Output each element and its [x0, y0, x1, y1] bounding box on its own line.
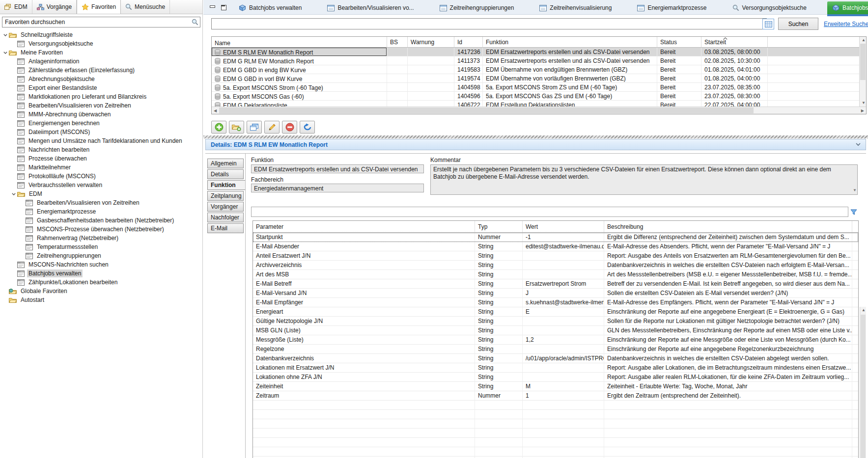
search-button[interactable]: Suchen — [778, 18, 818, 30]
batchjob-row[interactable]: EDM S RLM EW Monatlich Report1417236EDM … — [212, 48, 859, 56]
parameter-row[interactable]: Anteil Ersatzwert J/NStringReport: Ausga… — [253, 251, 858, 261]
tab-bearbeiten-visualisieren-vo[interactable]: Bearbeiten/Visualisieren vo... — [322, 1, 419, 14]
tree-item-zeitreihengruppierungen[interactable]: Zeitreihengruppierungen — [0, 251, 202, 260]
menu-men-suche[interactable]: Menüsuche — [121, 0, 170, 14]
tree-item-energiemengen-berechnen[interactable]: Energiemengen berechnen — [0, 119, 202, 128]
batchjob-row[interactable]: EDM G Deklarationsliste1406722EDM Erstel… — [212, 101, 859, 107]
parameter-row[interactable]: RegelzoneStringEinschränkung der Reporte… — [253, 345, 858, 354]
parameter-row[interactable]: E-Mail BetreffStringErsatzwertreport Str… — [253, 279, 858, 289]
tree-item-nachrichten-bearbeiten[interactable]: Nachrichten bearbeiten — [0, 145, 202, 154]
side-tab-allgemein[interactable]: Allgemein — [207, 159, 244, 168]
scrollbar-thumb[interactable] — [860, 44, 866, 80]
filter-button[interactable] — [850, 208, 859, 216]
tree-item-marktteilnehmer[interactable]: Marktteilnehmer — [0, 163, 202, 172]
parameter-row[interactable]: Lokationen ohne ZFA J/NStringReport: Aus… — [253, 373, 858, 382]
menu-edm[interactable]: EDM — [0, 0, 32, 14]
tree-item-autostart[interactable]: Autostart — [0, 296, 202, 304]
advanced-search-link[interactable]: Erweiterte Suche — [824, 21, 868, 27]
scrollbar-thumb[interactable] — [219, 108, 754, 113]
column-chooser-button[interactable] — [762, 19, 774, 29]
add-button[interactable] — [211, 121, 226, 134]
batchjob-row[interactable]: EDM G GBD in vorl BW Kurve1419574EDM Übe… — [212, 74, 859, 83]
chevron-expanded-icon[interactable] — [10, 193, 17, 195]
chevron-expanded-icon[interactable] — [2, 52, 9, 54]
scroll-up-icon[interactable]: ▲ — [862, 308, 866, 312]
scroll-down-icon[interactable]: ▼ — [853, 187, 857, 194]
side-tab-zeitplanung[interactable]: Zeitplanung — [207, 191, 244, 201]
tree-item-energiemarktprozesse[interactable]: Energiemarktprozesse — [0, 207, 202, 216]
column-header-bs[interactable]: BS — [387, 37, 408, 47]
batchjob-row[interactable]: 5a. Export MSCONS Gas (-60)14045965a. Ex… — [212, 92, 859, 101]
column-header-funktion[interactable]: Funktion — [483, 37, 657, 47]
tree-item-prozesse-berwachen[interactable]: Prozesse überwachen — [0, 154, 202, 163]
parameter-row[interactable]: Art des MSBStringArt des Messstellenbetr… — [253, 270, 858, 279]
edit-button[interactable] — [264, 121, 280, 134]
tab-batchjobs-verwalten[interactable]: Batchjobs verwalten — [234, 1, 307, 14]
param-column-header-wert[interactable]: Wert — [523, 221, 604, 232]
column-header-status[interactable]: Status — [657, 37, 701, 47]
scroll-right-icon[interactable]: ▶ — [861, 109, 864, 113]
menu-vorg-nge[interactable]: Vorgänge — [32, 0, 77, 14]
parameter-row[interactable]: E-Mail EmpfängerStrings.kuehnast@stadtwe… — [253, 298, 858, 307]
tree-item-marktlokationen-pro-lieferant-und-bilanzkreis[interactable]: Marktlokationen pro Lieferant und Bilanz… — [0, 92, 202, 101]
tree-item-bearbeiten-visualisieren-von-zeitreihen[interactable]: Bearbeiten/Visualisieren von Zeitreihen — [0, 101, 202, 110]
tab-batchjobs-verwalten[interactable]: Batchjobs verwalten✕ — [827, 1, 868, 14]
side-tab-nachfolger[interactable]: Nachfolger — [207, 213, 244, 222]
parameter-row[interactable]: DatenbankverzeichnisString/u01/app/oracl… — [253, 354, 858, 363]
kommentar-field[interactable]: Erstellt je nach übergebenen Parametern … — [430, 164, 858, 195]
tree-item-mmm-abrechnung-berwachen[interactable]: MMM-Abrechnung überwachen — [0, 110, 202, 119]
batchjob-row[interactable]: 5a. Export MSCONS Strom (-60 Tage)140459… — [212, 83, 859, 92]
parameter-row[interactable]: ArchivverzeichnisStringDatenbankverzeich… — [253, 261, 858, 270]
tree-item-versorgungsobjektsuche[interactable]: Versorgungsobjektsuche — [0, 39, 202, 48]
new-folder-button[interactable] — [229, 121, 244, 134]
tree-item-mengen-und-ums-tze-nach-tarifdeklarationen-und-kunden[interactable]: Mengen und Umsätze nach Tarifdeklaration… — [0, 136, 202, 145]
delete-button[interactable] — [282, 121, 297, 134]
tree-item-verbrauchsstellen-verwalten[interactable]: Verbrauchsstellen verwalten — [0, 181, 202, 189]
scroll-up-icon[interactable]: ▲ — [862, 38, 866, 42]
batchjobs-vertical-scrollbar[interactable]: ▲ ▼ — [859, 37, 866, 107]
magnifier-icon[interactable] — [192, 19, 198, 26]
parameter-row[interactable]: Gültige Netztopologie J/NStringSollen fü… — [253, 317, 858, 326]
column-header-startzeit[interactable]: Startzeit — [701, 37, 768, 47]
tree-item-bearbeiten-visualisieren-von-zeitreihen[interactable]: Bearbeiten/Visualisieren von Zeitreihen — [0, 198, 202, 207]
tab-energiemarktprozesse[interactable]: Energiemarktprozesse — [632, 1, 711, 14]
tab-versorgungsobjektsuche[interactable]: Versorgungsobjektsuche — [728, 1, 812, 14]
tree-item-dateiimport-mscons[interactable]: Dateiimport (MSCONS) — [0, 128, 202, 136]
parameter-row[interactable]: EnergieartStringEEinschränkung der Repor… — [253, 307, 858, 317]
chevron-expanded-icon[interactable] — [2, 34, 9, 36]
column-header-id[interactable]: Id — [454, 37, 483, 47]
tree-item-anlageninformation[interactable]: Anlageninformation — [0, 57, 202, 66]
parameter-row[interactable]: Lokationen mit Ersatzwert J/NStringRepor… — [253, 363, 858, 373]
parameter-row[interactable]: ZeiteinheitStringMZeiteinheit - Erlaubte… — [253, 382, 858, 391]
refresh-button[interactable] — [300, 121, 315, 134]
tree-item-rahmenvertrag-netzbetreiber[interactable]: Rahmenvertrag (Netzbetreiber) — [0, 234, 202, 242]
parameter-row[interactable]: MSB GLN (Liste)StringGLN des Messstellen… — [253, 326, 858, 335]
side-tab-e-mail[interactable]: E-Mail — [207, 223, 244, 233]
favorites-search-input[interactable] — [2, 17, 200, 27]
batchjob-row[interactable]: EDM G GBD in endg BW Kurve1419583EDM Übe… — [212, 65, 859, 74]
tree-item-batchjobs-verwalten[interactable]: Batchjobs verwalten — [0, 269, 202, 278]
details-splitter[interactable] — [203, 135, 868, 138]
parameter-vertical-scrollbar[interactable]: ▲ — [860, 307, 866, 458]
column-header-warnung[interactable]: Warnung — [408, 37, 454, 47]
minimize-icon[interactable] — [209, 4, 216, 10]
copy-button[interactable] — [247, 121, 262, 134]
tab-zeitreihengruppierungen[interactable]: Zeitreihengruppierungen — [435, 1, 519, 14]
tree-item-gasbeschaffenheitsdaten-bearbeiten-netzbetreiber[interactable]: Gasbeschaffenheitsdaten bearbeiten (Netz… — [0, 216, 202, 225]
scroll-left-icon[interactable]: ◀ — [214, 109, 217, 113]
parameter-row[interactable]: E-Mail AbsenderStringeditest@stadtwerke-… — [253, 242, 858, 251]
tree-item-meine-favoriten[interactable]: Meine Favoriten — [0, 48, 202, 57]
tree-item-edm[interactable]: EDM — [0, 189, 202, 198]
tree-item-temperaturmessstellen[interactable]: Temperaturmessstellen — [0, 242, 202, 251]
tree-item-z-hlerst-nde-erfassen-einzelerfassung[interactable]: Zählerstände erfassen (Einzelerfassung) — [0, 66, 202, 75]
menu-favoriten[interactable]: Favoriten — [77, 0, 121, 14]
scrollbar-thumb[interactable] — [861, 315, 866, 458]
side-tab-details[interactable]: Details — [207, 169, 244, 179]
tree-item-schnellzugriffsleiste[interactable]: Schnellzugriffsleiste — [0, 30, 202, 39]
column-header-name[interactable]: Name — [212, 37, 387, 47]
parameter-row[interactable]: ZeitraumNummer1Ergibt den Zeitraum (ents… — [253, 391, 858, 401]
param-column-header-beschreibung[interactable]: Beschreibung — [604, 221, 852, 232]
param-column-header-typ[interactable]: Typ — [475, 221, 523, 232]
tree-item-mscons-prozesse-berwachen-netzbetreiber[interactable]: MSCONS-Prozesse überwachen (Netzbetreibe… — [0, 225, 202, 234]
batchjob-row[interactable]: EDM G RLM EW Monatlich Report1411373EDM … — [212, 56, 859, 65]
